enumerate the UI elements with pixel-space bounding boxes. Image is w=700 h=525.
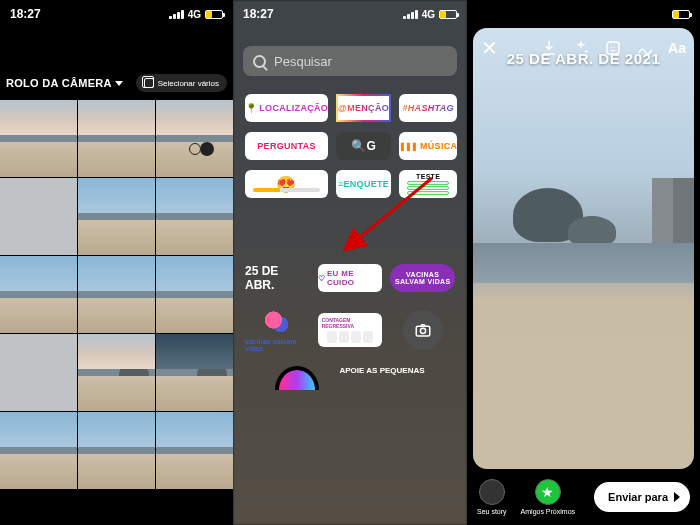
date-sticker-row: [233, 204, 467, 264]
photo-thumb[interactable]: [78, 412, 155, 489]
send-to-button[interactable]: Enviar para: [594, 482, 690, 512]
star-icon: ★: [535, 479, 561, 505]
stack-icon: [144, 78, 154, 88]
sticker-logo[interactable]: [275, 366, 319, 390]
signal-icon: [169, 10, 184, 19]
effects-button[interactable]: [572, 39, 590, 57]
select-multiple-label: Selecionar vários: [158, 79, 219, 88]
gallery-header: ROLO DA CÂMERA Selecionar vários: [0, 66, 233, 100]
camera-roll-panel: 18:27 4G ROLO DA CÂMERA Selecionar vário…: [0, 0, 233, 525]
chevron-right-icon: [674, 492, 680, 502]
sticker-date[interactable]: 25 DE ABR.: [245, 264, 310, 292]
close-friends-button[interactable]: ★ Amigos Próximos: [521, 479, 575, 515]
sticker-vacinas-icon[interactable]: vacinas salvam vidas: [245, 308, 310, 352]
sticker-questions[interactable]: PERGUNTAS: [245, 132, 328, 160]
status-bar: 18:27 4G: [0, 0, 233, 28]
photo-grid: [0, 100, 233, 489]
sticker-vacinas[interactable]: VACINAS SALVAM VIDAS: [390, 264, 455, 292]
photo-thumb[interactable]: [156, 334, 233, 411]
sticker-icon: [604, 39, 622, 57]
svg-point-3: [611, 47, 613, 49]
photo-thumb[interactable]: [0, 412, 77, 489]
status-time: 18:27: [10, 7, 41, 21]
close-button[interactable]: ✕: [481, 36, 498, 60]
photo-thumb[interactable]: [156, 256, 233, 333]
sticker-eu-me-cuido[interactable]: EU ME CUIDO: [318, 264, 383, 292]
sticker-music[interactable]: MÚSICA: [399, 132, 457, 160]
sticker-mention[interactable]: @MENÇÃO: [336, 94, 391, 122]
source-label: ROLO DA CÂMERA: [6, 77, 112, 89]
chevron-down-icon: [115, 81, 123, 86]
download-icon: [540, 39, 558, 57]
photo-thumb[interactable]: [0, 256, 77, 333]
camera-icon: [414, 321, 432, 339]
sticker-gif[interactable]: 🔍 G: [336, 132, 391, 160]
flowers-icon: [259, 308, 295, 338]
svg-point-1: [420, 328, 425, 333]
sticker-poll[interactable]: ≡ ENQUETE: [336, 170, 391, 198]
photo-thumb[interactable]: [156, 412, 233, 489]
battery-icon: [672, 10, 690, 19]
select-multiple-button[interactable]: Selecionar vários: [136, 74, 227, 92]
sticker-quiz[interactable]: TESTE: [399, 170, 457, 198]
sticker-apoie[interactable]: APOIE AS PEQUENAS: [339, 366, 424, 390]
story-editor-panel: 18:27 4G 25 DE ABR. DE 2021 ✕: [467, 0, 700, 525]
your-story-button[interactable]: Seu story: [477, 479, 507, 515]
search-icon: [253, 55, 266, 68]
sticker-picker-panel: 18:27 4G Pesquisar LOCALIZAÇÃO @MENÇÃO #…: [233, 0, 467, 525]
photo-thumb[interactable]: [156, 178, 233, 255]
source-dropdown[interactable]: ROLO DA CÂMERA: [6, 77, 123, 89]
photo-thumb[interactable]: [78, 334, 155, 411]
battery-icon: [205, 10, 223, 19]
photo-thumb[interactable]: [78, 256, 155, 333]
sticker-search-input[interactable]: Pesquisar: [243, 46, 457, 76]
svg-rect-2: [607, 42, 619, 54]
svg-point-4: [614, 47, 616, 49]
photo-thumb[interactable]: [78, 100, 155, 177]
sticker-emoji-slider[interactable]: 😍: [245, 170, 328, 198]
status-right: 4G: [169, 9, 223, 20]
sticker-grid: LOCALIZAÇÃO @MENÇÃO #HASHTAG PERGUNTAS 🔍…: [233, 88, 467, 204]
text-button[interactable]: Aa: [668, 39, 686, 57]
photo-thumb[interactable]: [0, 100, 77, 177]
sticker-countdown[interactable]: CONTAGEM REGRESSIVA: [318, 313, 383, 347]
network-label: 4G: [188, 9, 201, 20]
story-canvas[interactable]: 25 DE ABR. DE 2021: [473, 28, 694, 469]
sticker-location[interactable]: LOCALIZAÇÃO: [245, 94, 328, 122]
sparkle-icon: [572, 39, 590, 57]
story-bottom-bar: Seu story ★ Amigos Próximos Enviar para: [467, 469, 700, 525]
sticker-hashtag[interactable]: #HASHTAG: [399, 94, 457, 122]
avatar-icon: [479, 479, 505, 505]
photo-thumb[interactable]: [78, 178, 155, 255]
download-button[interactable]: [540, 39, 558, 57]
draw-button[interactable]: [636, 39, 654, 57]
text-icon: Aa: [668, 40, 686, 56]
search-placeholder: Pesquisar: [274, 54, 332, 69]
sticker-camera[interactable]: [403, 310, 443, 350]
photo-thumb[interactable]: [156, 100, 233, 177]
photo-thumb[interactable]: [0, 334, 77, 411]
photo-thumb[interactable]: [0, 178, 77, 255]
sticker-button[interactable]: [604, 39, 622, 57]
story-top-toolbar: ✕ Aa: [481, 36, 686, 60]
draw-icon: [636, 39, 654, 57]
